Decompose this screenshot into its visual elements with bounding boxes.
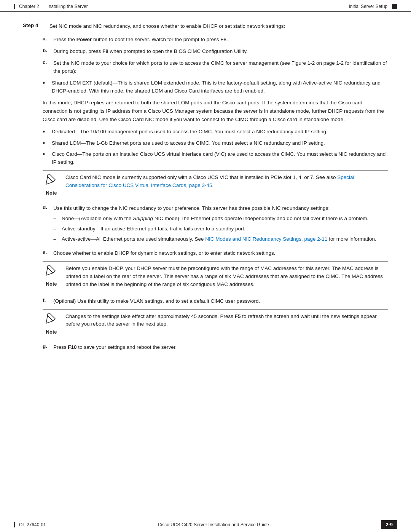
sub-step-d-label: d. (43, 204, 49, 246)
bullet-item-shared-lom-ext: • Shared LOM EXT (default)—This is share… (43, 79, 388, 95)
sub-step-f-container: f. (Optional) Use this utility to make V… (43, 297, 388, 305)
dash-item-active-active: – Active-active—All Ethernet ports are u… (53, 235, 388, 243)
bullet-item-dedicated: • Dedicated—The 10/100 management port i… (43, 128, 388, 136)
sub-step-e-label: e. (43, 249, 49, 257)
header-bar-right (392, 4, 397, 9)
sub-step-d-text: Use this utility to change the NIC redun… (53, 204, 388, 246)
doc-number: OL-27640-01 (19, 522, 46, 527)
note-pencil-icon-2 (45, 265, 57, 280)
note-label-3: Note (46, 329, 57, 335)
dash-item-none: – None—(Available only with the Shipping… (53, 215, 388, 223)
active-active-link[interactable]: NIC Modes and NIC Redundancy Settings, p… (205, 236, 327, 242)
note-text-3: Changes to the settings take effect afte… (65, 313, 388, 329)
bullet-dot-cisco-card: • (43, 150, 48, 166)
sub-steps-container: a. Press the Power button to boot the se… (43, 36, 388, 75)
sub-step-b-label: b. (43, 48, 49, 56)
page-footer: OL-27640-01 Cisco UCS C420 Server Instal… (0, 517, 411, 532)
bullet-dot-shared-lom: • (43, 139, 48, 148)
note-box-2: Note Before you enable DHCP, your DHCP s… (43, 261, 388, 292)
footer-left: OL-27640-01 (14, 522, 46, 527)
page-number: 2-9 (381, 520, 397, 529)
sub-step-a-label: a. (43, 36, 49, 44)
page: Chapter 2 Installing the Server Initial … (0, 0, 411, 532)
sub-step-a-text: Press the Power button to boot the serve… (53, 36, 388, 44)
note-pencil-icon-3 (45, 313, 57, 328)
bullet-text-shared-lom-ext: Shared LOM EXT (default)—This is shared … (52, 79, 388, 95)
header-left: Chapter 2 Installing the Server (14, 4, 88, 9)
sub-step-c-label: c. (43, 59, 49, 75)
footer-bar (14, 522, 15, 527)
note1-before: Cisco Card NIC mode is currently support… (65, 174, 337, 180)
sub-step-g: g. Press F10 to save your settings and r… (43, 343, 388, 351)
note1-after: . (212, 182, 213, 188)
step-4-label: Step 4 (23, 22, 43, 30)
bullet-text-cisco-card: Cisco Card—The ports on an installed Cis… (52, 150, 388, 166)
sub-step-g-label: g. (43, 343, 49, 351)
sub-step-b-text: During bootup, press F8 when prompted to… (53, 48, 388, 56)
bullet-text-dedicated: Dedicated—The 10/100 management port is … (52, 128, 328, 136)
bullet-text-shared-lom: Shared LOM—The 1-Gb Ethernet ports are u… (52, 139, 325, 148)
dash-sym-2: – (53, 225, 59, 233)
dash-text-none: None—(Available only with the Shipping N… (62, 215, 368, 223)
para-block-dhcp: In this mode, DHCP replies are returned … (43, 99, 388, 123)
step-4-row: Step 4 Set NIC mode and NIC redundancy, … (23, 22, 388, 30)
sub-step-c: c. Set the NIC mode to your choice for w… (43, 59, 388, 75)
bullet-dot-dedicated: • (43, 128, 48, 136)
sub-step-c-text: Set the NIC mode to your choice for whic… (53, 59, 388, 75)
sub-step-f-text: (Optional) Use this utility to make VLAN… (53, 297, 388, 305)
dash-list: – None—(Available only with the Shipping… (53, 215, 388, 243)
sub-step-a: a. Press the Power button to boot the se… (43, 36, 388, 44)
step-4-text: Set NIC mode and NIC redundancy, and cho… (49, 22, 388, 30)
note-label-2: Note (46, 281, 57, 287)
note-text-2: Before you enable DHCP, your DHCP server… (65, 265, 388, 289)
sub-step-d: d. Use this utility to change the NIC re… (43, 204, 388, 246)
dash-text-active-active: Active-active—All Ethernet ports are use… (62, 235, 376, 243)
sub-step-e-text: Choose whether to enable DHCP for dynami… (53, 249, 388, 257)
note-icon-col-3: Note (43, 313, 60, 335)
header-bar-left (14, 4, 15, 9)
sub-step-g-text: Press F10 to save your settings and rebo… (53, 343, 388, 351)
main-content: Step 4 Set NIC mode and NIC redundancy, … (0, 12, 411, 385)
bullet-list-1: • Shared LOM EXT (default)—This is share… (43, 79, 388, 95)
sub-step-b: b. During bootup, press F8 when prompted… (43, 48, 388, 56)
note-pencil-icon-1 (45, 174, 57, 189)
chapter-label: Chapter 2 (19, 4, 39, 9)
note-box-3: Note Changes to the settings take effect… (43, 309, 388, 338)
page-header: Chapter 2 Installing the Server Initial … (0, 0, 411, 12)
header-right-label: Initial Server Setup (349, 4, 387, 9)
note-text-1: Cisco Card NIC mode is currently support… (65, 174, 388, 190)
sub-step-f: f. (Optional) Use this utility to make V… (43, 297, 388, 305)
dash-text-active-standby: Active-standby—If an active Ethernet por… (62, 225, 245, 233)
dash-sym-3: – (53, 235, 59, 243)
sub-step-d-container: d. Use this utility to change the NIC re… (43, 204, 388, 246)
dash-sym-1: – (53, 215, 59, 223)
sub-step-f-label: f. (43, 297, 49, 305)
note-icon-col-2: Note (43, 265, 60, 287)
bullet-item-cisco-card: • Cisco Card—The ports on an installed C… (43, 150, 388, 166)
footer-center-label: Cisco UCS C420 Server Installation and S… (158, 522, 269, 527)
note-label-1: Note (46, 190, 57, 196)
sub-step-e: e. Choose whether to enable DHCP for dyn… (43, 249, 388, 257)
dash-item-active-standby: – Active-standby—If an active Ethernet p… (53, 225, 388, 233)
chapter-sub-label: Installing the Server (48, 4, 88, 9)
bullet-dot-1: • (43, 79, 48, 95)
sub-step-e-container: e. Choose whether to enable DHCP for dyn… (43, 249, 388, 257)
bullet-list-2: • Dedicated—The 10/100 management port i… (43, 128, 388, 166)
header-right: Initial Server Setup (349, 4, 397, 9)
sub-step-g-container: g. Press F10 to save your settings and r… (43, 343, 388, 351)
bullet-item-shared-lom: • Shared LOM—The 1-Gb Ethernet ports are… (43, 139, 388, 148)
note-box-1: Note Cisco Card NIC mode is currently su… (43, 170, 388, 199)
note-icon-col-1: Note (43, 174, 60, 196)
